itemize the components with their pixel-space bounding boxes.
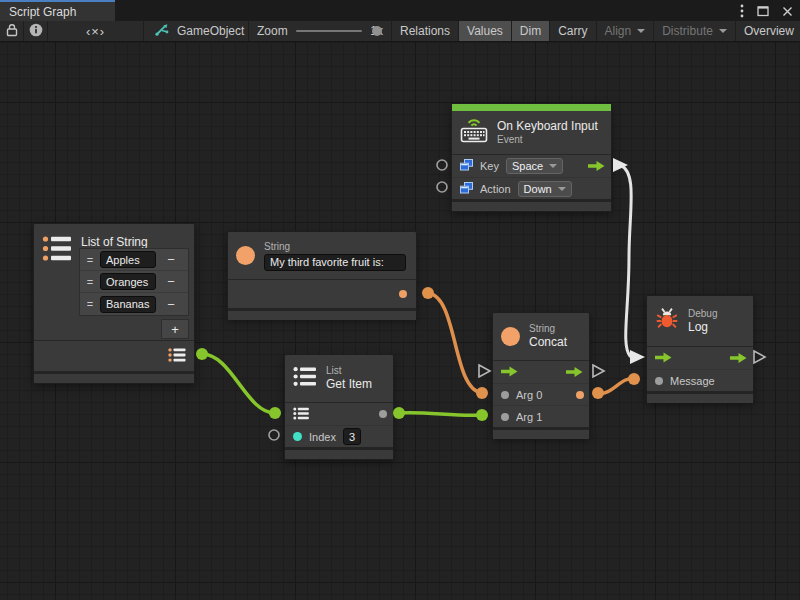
drag-handle[interactable]: = [80,254,100,266]
zoom-slider[interactable] [296,30,363,32]
zoom-slider-handle[interactable] [372,26,382,36]
remove-item-button[interactable]: − [156,297,186,312]
carry-button[interactable]: Carry [550,21,596,41]
index-row: Index 3 [285,425,393,447]
lock-icon [6,23,18,40]
node-title: On Keyboard Input [497,119,598,134]
index-input-port[interactable] [293,432,302,441]
node-title: Concat [529,335,567,350]
message-label: Message [670,375,715,387]
list-output-port[interactable] [168,348,186,363]
node-footer [228,308,416,320]
flow-output-port[interactable] [730,353,747,364]
drag-handle[interactable]: = [80,298,100,310]
node-on-keyboard-input[interactable]: On Keyboard Input Event Key Space [451,103,612,212]
list-item-field[interactable]: Apples [100,251,156,268]
action-label: Action [480,183,511,195]
tab-label: Script Graph [9,5,76,19]
string-output-port[interactable] [399,290,407,298]
lock-button[interactable] [0,21,24,41]
unconnected-flow-triangle[interactable] [593,365,604,377]
flow-input-port[interactable] [655,352,672,365]
wire-endpoint [476,387,488,399]
carry-label: Carry [558,24,587,38]
distribute-button[interactable]: Distribute [654,21,736,41]
key-dropdown[interactable]: Space [506,158,563,174]
graph-canvas[interactable]: On Keyboard Input Event Key Space [0,42,800,600]
flow-output-port[interactable] [588,161,605,172]
remove-item-button[interactable]: − [156,274,186,289]
flow-output-port[interactable] [566,367,583,378]
wire-flow-keyboard-to-log[interactable] [620,165,631,356]
relations-button[interactable]: Relations [392,21,459,41]
info-button[interactable] [24,21,48,41]
drag-handle[interactable]: = [80,276,100,288]
gameobject-context[interactable]: GameObject [144,21,249,41]
unconnected-port-circle[interactable] [437,160,447,170]
list-icon [42,235,72,266]
align-button[interactable]: Align [597,21,655,41]
action-dropdown-value: Down [524,183,552,195]
wire-endpoint [476,409,488,421]
tab-script-graph[interactable]: Script Graph [0,0,115,21]
wire-endpoint [196,348,208,360]
maximize-icon[interactable] [757,5,769,17]
unconnected-flow-triangle[interactable] [479,365,490,377]
action-row: Action Down [452,177,611,199]
zoom-control: Zoom 1x [249,21,392,41]
list-item-row: = Bananas − [80,293,188,315]
node-concat[interactable]: String Concat Arg 0 Arg 1 [492,312,590,438]
unity-script-graph-window: Script Graph ‹×› [0,0,800,600]
arg1-input-port[interactable] [501,413,509,421]
list-editor: = Apples − = Oranges − = Bananas − [79,248,189,316]
node-get-item[interactable]: List Get Item Index 3 [284,354,394,460]
index-label: Index [309,431,336,443]
unconnected-port-circle[interactable] [437,182,447,192]
node-header: List of String = Apples − = Oranges − = [34,224,194,341]
string-type-icon [501,327,520,346]
list-item-row: = Oranges − [80,271,188,293]
wire-list-to-getitem[interactable] [202,354,275,413]
node-footer [493,427,589,439]
list-item-field[interactable]: Bananas [100,296,156,313]
wire-endpoint [269,407,281,419]
wire-string-to-concat[interactable] [428,293,482,393]
overview-button[interactable]: Overview [736,21,800,41]
gameobject-label: GameObject [177,24,244,38]
message-row: Message [647,369,753,391]
list-input-port[interactable] [293,407,309,422]
values-button[interactable]: Values [459,21,512,41]
action-dropdown[interactable]: Down [518,181,572,197]
unconnected-flow-triangle[interactable] [754,351,765,363]
arg0-input-port[interactable] [501,391,509,399]
wire-endpoint [422,287,434,299]
message-input-port[interactable] [655,377,663,385]
node-footer [647,391,753,403]
wire-getitem-to-concat[interactable] [399,413,482,416]
unconnected-port-circle[interactable] [269,430,279,440]
index-field[interactable]: 3 [343,428,361,445]
flow-row [647,347,753,369]
dim-button[interactable]: Dim [512,21,550,41]
string-value-field[interactable]: My third favorite fruit is: [264,254,406,271]
dim-label: Dim [520,24,541,38]
add-item-button[interactable]: + [161,319,189,339]
remove-item-button[interactable]: − [156,252,186,267]
menu-dots-icon[interactable] [740,4,744,18]
flow-input-port[interactable] [501,366,518,379]
node-type-label: String [264,241,406,253]
item-output-port[interactable] [379,410,387,418]
list-icon [293,366,317,391]
wire-concat-to-log[interactable] [598,379,634,394]
node-debug-log[interactable]: Debug Log Message [646,295,754,403]
node-string-literal[interactable]: String My third favorite fruit is: [227,231,417,319]
chevron-down-icon [549,164,557,168]
values-label: Values [467,24,503,38]
key-row: Key Space [452,155,611,177]
result-output-port[interactable] [576,391,584,399]
code-view-button[interactable]: ‹×› [48,21,144,41]
list-item-field[interactable]: Oranges [100,273,156,290]
close-icon[interactable] [782,6,793,17]
string-output-row [228,280,416,308]
node-list-of-string[interactable]: List of String = Apples − = Oranges − = [33,223,195,384]
